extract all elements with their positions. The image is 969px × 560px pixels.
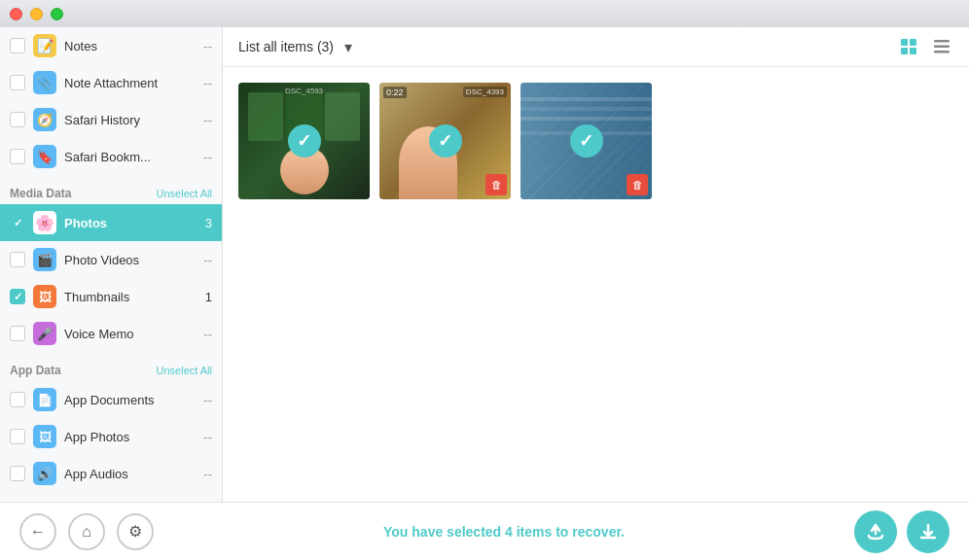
app-documents-checkbox[interactable] — [10, 392, 25, 407]
photo-card-3[interactable]: ✓ 🗑 — [520, 83, 652, 199]
content-toolbar: List all items (3) ▾ — [223, 27, 969, 67]
toolbar-right — [897, 35, 953, 58]
photos-icon: 🌸 — [33, 211, 56, 234]
svg-rect-5 — [934, 46, 950, 49]
sidebar-item-voice-memo[interactable]: 🎤 Voice Memo -- — [0, 315, 222, 352]
status-post: items to recover. — [513, 524, 625, 540]
app-documents-value: -- — [203, 393, 212, 407]
status-count: 4 — [505, 524, 513, 540]
voice-memo-value: -- — [203, 327, 212, 341]
svg-rect-3 — [910, 48, 916, 54]
sidebar-item-photo-videos[interactable]: 🎬 Photo Videos -- — [0, 241, 222, 278]
safari-bookmarks-label: Safari Bookm... — [64, 150, 196, 164]
status-pre: You have selected — [383, 524, 505, 540]
thumb-icon: 🖼 — [33, 285, 56, 308]
sidebar: 📝 Notes -- 📎 Note Attachment -- 🧭 Safari… — [0, 27, 223, 502]
safari-history-label: Safari History — [64, 113, 196, 127]
svg-rect-0 — [901, 39, 908, 46]
thumbnails-count: 1 — [205, 290, 212, 304]
bookmark-icon: 🔖 — [33, 145, 56, 168]
sidebar-item-photos[interactable]: 🌸 Photos 3 — [0, 204, 222, 241]
main-layout: 📝 Notes -- 📎 Note Attachment -- 🧭 Safari… — [0, 27, 969, 502]
recover-button[interactable] — [854, 510, 897, 553]
bottom-actions — [854, 510, 950, 553]
appphotos-icon: 🖼 — [33, 425, 56, 448]
close-button[interactable] — [10, 8, 22, 20]
grid-view-button[interactable] — [897, 35, 920, 58]
photo-videos-value: -- — [203, 253, 212, 267]
app-data-header: App Data Unselect All — [0, 356, 222, 381]
app-photos-checkbox[interactable] — [10, 429, 25, 444]
toolbar-title: List all items (3) — [238, 39, 334, 54]
photos-label: Photos — [64, 216, 197, 230]
thumbnails-checkbox[interactable] — [10, 289, 25, 304]
bottom-bar: ← ⌂ ⚙ You have selected 4 items to recov… — [0, 502, 969, 560]
sidebar-item-thumbnails[interactable]: 🖼 Thumbnails 1 — [0, 278, 222, 315]
notes-icon: 📝 — [33, 34, 56, 57]
media-data-header: Media Data Unselect All — [0, 179, 222, 204]
dropdown-icon[interactable]: ▾ — [340, 38, 357, 55]
svg-rect-2 — [901, 48, 908, 54]
back-button[interactable]: ← — [19, 513, 56, 550]
media-data-unselect[interactable]: Unselect All — [157, 188, 212, 199]
photos-count: 3 — [205, 216, 212, 230]
sidebar-item-app-documents[interactable]: 📄 App Documents -- — [0, 381, 222, 418]
thumbnails-label: Thumbnails — [64, 290, 197, 304]
photo-2-label: DSC_4393 — [463, 87, 507, 97]
app-data-title: App Data — [10, 364, 61, 377]
photo-2-delete[interactable]: 🗑 — [485, 174, 507, 195]
sidebar-item-safari-bookmarks[interactable]: 🔖 Safari Bookm... -- — [0, 138, 222, 175]
safari-bookmarks-value: -- — [203, 150, 212, 164]
sidebar-item-note-attachment[interactable]: 📎 Note Attachment -- — [0, 64, 222, 101]
sidebar-item-app-audios[interactable]: 🔊 App Audios -- — [0, 455, 222, 492]
note-attachment-checkbox[interactable] — [10, 75, 25, 90]
sidebar-item-app-photos[interactable]: 🖼 App Photos -- — [0, 418, 222, 455]
notes-label: Notes — [64, 39, 196, 53]
notes-checkbox[interactable] — [10, 38, 25, 53]
audio-icon: 🔊 — [33, 462, 56, 485]
safari-bookmarks-checkbox[interactable] — [10, 149, 25, 164]
status-text: You have selected 4 items to recover. — [383, 524, 625, 540]
titlebar — [0, 0, 969, 27]
svg-rect-6 — [934, 51, 950, 53]
photo-3-check[interactable]: ✓ — [570, 124, 603, 158]
photo-1-check[interactable]: ✓ — [288, 124, 321, 158]
toolbar-left: List all items (3) ▾ — [238, 38, 357, 55]
safari-history-value: -- — [203, 113, 212, 127]
photo-1-label: DSC_4593 — [285, 87, 323, 95]
note-attachment-value: -- — [203, 76, 212, 90]
voice-memo-label: Voice Memo — [64, 327, 196, 341]
list-view-button[interactable] — [930, 35, 953, 58]
photo-card-1[interactable]: DSC_4593 ✓ — [238, 83, 370, 199]
app-audios-checkbox[interactable] — [10, 466, 25, 481]
photo-2-check[interactable]: ✓ — [429, 124, 462, 158]
settings-button[interactable]: ⚙ — [117, 513, 154, 550]
home-button[interactable]: ⌂ — [68, 513, 105, 550]
app-audios-value: -- — [203, 467, 212, 481]
download-button[interactable] — [907, 510, 950, 553]
bottom-navigation: ← ⌂ ⚙ — [19, 513, 154, 550]
safari-icon: 🧭 — [33, 108, 56, 131]
safari-history-checkbox[interactable] — [10, 112, 25, 127]
attach-icon: 📎 — [33, 71, 56, 94]
voice-icon: 🎤 — [33, 322, 56, 345]
content-area: List all items (3) ▾ — [223, 27, 969, 502]
app-photos-label: App Photos — [64, 430, 196, 444]
photos-checkbox[interactable] — [10, 215, 25, 230]
media-data-title: Media Data — [10, 187, 71, 200]
notes-value: -- — [203, 39, 212, 53]
photo-videos-label: Photo Videos — [64, 253, 196, 267]
minimize-button[interactable] — [30, 8, 43, 20]
photo-card-2[interactable]: 0:22 DSC_4393 ✓ 🗑 — [379, 83, 511, 199]
sidebar-item-safari-history[interactable]: 🧭 Safari History -- — [0, 101, 222, 138]
note-attachment-label: Note Attachment — [64, 76, 196, 90]
doc-icon: 📄 — [33, 388, 56, 411]
photo-2-duration: 0:22 — [383, 87, 407, 98]
photo-videos-checkbox[interactable] — [10, 252, 25, 267]
voice-memo-checkbox[interactable] — [10, 326, 25, 341]
photo-3-delete[interactable]: 🗑 — [627, 174, 648, 195]
maximize-button[interactable] — [51, 8, 63, 20]
app-documents-label: App Documents — [64, 393, 196, 407]
sidebar-item-notes[interactable]: 📝 Notes -- — [0, 27, 222, 64]
app-data-unselect[interactable]: Unselect All — [157, 365, 212, 376]
